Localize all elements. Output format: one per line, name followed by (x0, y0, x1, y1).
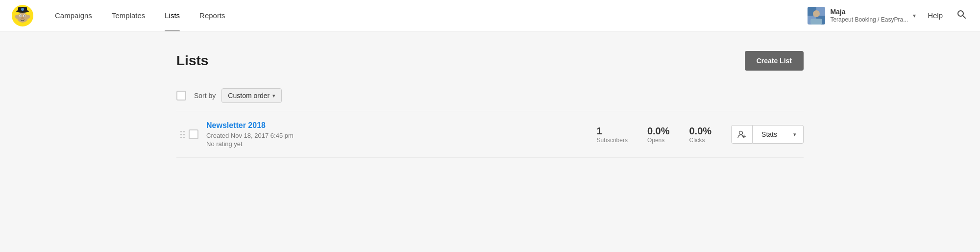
drag-dot (180, 134, 182, 135)
item-stats: 1 Subscribers 0.0% Opens 0.0% Clicks (597, 125, 712, 144)
user-info: Maja Terapeut Booking / EasyPra... (830, 8, 908, 23)
svg-point-19 (739, 131, 743, 135)
navbar-right: Maja Terapeut Booking / EasyPra... ▾ Hel… (808, 7, 968, 25)
svg-point-15 (813, 10, 820, 17)
svg-line-18 (963, 16, 965, 18)
sort-value: Custom order (228, 92, 270, 100)
subscribers-label: Subscribers (597, 137, 628, 144)
item-created: Created Nov 18, 2017 6:45 pm (206, 132, 577, 139)
user-menu[interactable]: Maja Terapeut Booking / EasyPra... ▾ (808, 7, 916, 25)
subscribers-stat: 1 Subscribers (597, 125, 628, 144)
nav-templates[interactable]: Templates (102, 0, 155, 31)
nav-campaigns[interactable]: Campaigns (45, 0, 102, 31)
add-subscriber-button[interactable] (731, 125, 753, 144)
item-info: Newsletter 2018 Created Nov 18, 2017 6:4… (206, 121, 577, 148)
user-avatar (808, 7, 825, 25)
svg-rect-16 (810, 19, 822, 25)
opens-stat: 0.0% Opens (647, 125, 670, 144)
svg-point-7 (15, 15, 18, 19)
main-content: Lists Create List Sort by Custom order ▾ (147, 31, 833, 177)
page-title: Lists (176, 53, 208, 69)
item-actions: Stats ▾ (731, 125, 804, 144)
toolbar: Sort by Custom order ▾ (176, 88, 804, 103)
nav-links: Campaigns Templates Lists Reports (45, 0, 808, 31)
drag-dot (180, 131, 182, 132)
item-rating: No rating yet (206, 140, 577, 148)
drag-dot (183, 137, 185, 138)
item-name[interactable]: Newsletter 2018 (206, 121, 577, 130)
item-checkbox[interactable] (189, 129, 198, 139)
search-icon[interactable] (955, 9, 968, 22)
svg-point-5 (24, 15, 25, 16)
navbar: Campaigns Templates Lists Reports Maja T… (0, 0, 980, 31)
svg-point-11 (21, 8, 24, 11)
more-chevron-icon: ▾ (793, 131, 796, 138)
help-link[interactable]: Help (924, 11, 947, 20)
list-item: Newsletter 2018 Created Nov 18, 2017 6:4… (176, 111, 804, 158)
stats-button[interactable]: Stats (753, 125, 786, 144)
opens-value: 0.0% (647, 125, 670, 137)
svg-point-4 (21, 15, 22, 16)
sort-dropdown[interactable]: Custom order ▾ (221, 88, 282, 103)
page-header: Lists Create List (176, 51, 804, 71)
user-org: Terapeut Booking / EasyPra... (830, 16, 908, 23)
nav-reports[interactable]: Reports (190, 0, 235, 31)
sort-by-label: Sort by (194, 92, 216, 100)
create-list-button[interactable]: Create List (745, 51, 804, 71)
logo[interactable] (12, 5, 33, 26)
user-name: Maja (830, 8, 908, 16)
subscribers-count: 1 (597, 125, 602, 137)
nav-lists[interactable]: Lists (155, 0, 190, 31)
more-actions-button[interactable]: ▾ (786, 125, 804, 144)
sort-chevron-icon: ▾ (272, 93, 275, 99)
drag-dot (183, 134, 185, 135)
clicks-label: Clicks (689, 137, 705, 144)
clicks-stat: 0.0% Clicks (689, 125, 712, 144)
drag-dot (180, 137, 182, 138)
drag-handle[interactable] (176, 131, 189, 138)
clicks-value: 0.0% (689, 125, 712, 137)
drag-dot (183, 131, 185, 132)
svg-point-8 (27, 15, 30, 19)
opens-label: Opens (647, 137, 664, 144)
lists-container: Newsletter 2018 Created Nov 18, 2017 6:4… (176, 111, 804, 158)
svg-point-6 (21, 17, 24, 19)
user-dropdown-icon: ▾ (913, 12, 916, 19)
select-all-checkbox[interactable] (176, 91, 186, 101)
